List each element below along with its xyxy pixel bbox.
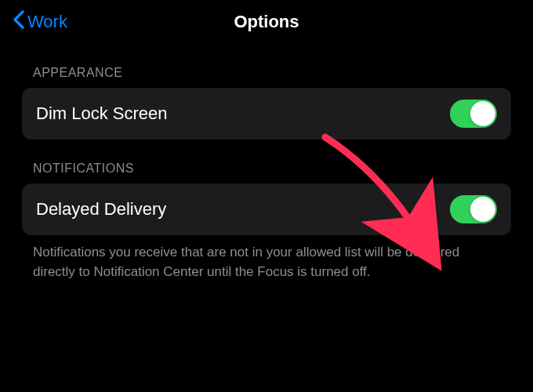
toggle-knob (470, 101, 495, 126)
toggle-delayed-delivery[interactable] (450, 195, 497, 223)
row-dim-lock-screen[interactable]: Dim Lock Screen (22, 88, 511, 140)
row-label-dim-lock-screen: Dim Lock Screen (36, 103, 168, 124)
back-button[interactable]: Work (13, 9, 67, 34)
row-label-delayed-delivery: Delayed Delivery (36, 199, 166, 220)
toggle-knob (470, 197, 495, 222)
back-label: Work (27, 12, 67, 32)
content: APPEARANCE Dim Lock Screen NOTIFICATIONS… (0, 66, 533, 281)
page-title: Options (234, 12, 299, 32)
section-header-notifications: NOTIFICATIONS (22, 162, 511, 176)
nav-header: Work Options (0, 0, 533, 44)
row-delayed-delivery[interactable]: Delayed Delivery (22, 183, 511, 235)
toggle-dim-lock-screen[interactable] (450, 100, 497, 128)
chevron-left-icon (13, 9, 24, 34)
section-header-appearance: APPEARANCE (22, 66, 511, 80)
section-footer-notifications: Notifications you receive that are not i… (22, 243, 511, 281)
